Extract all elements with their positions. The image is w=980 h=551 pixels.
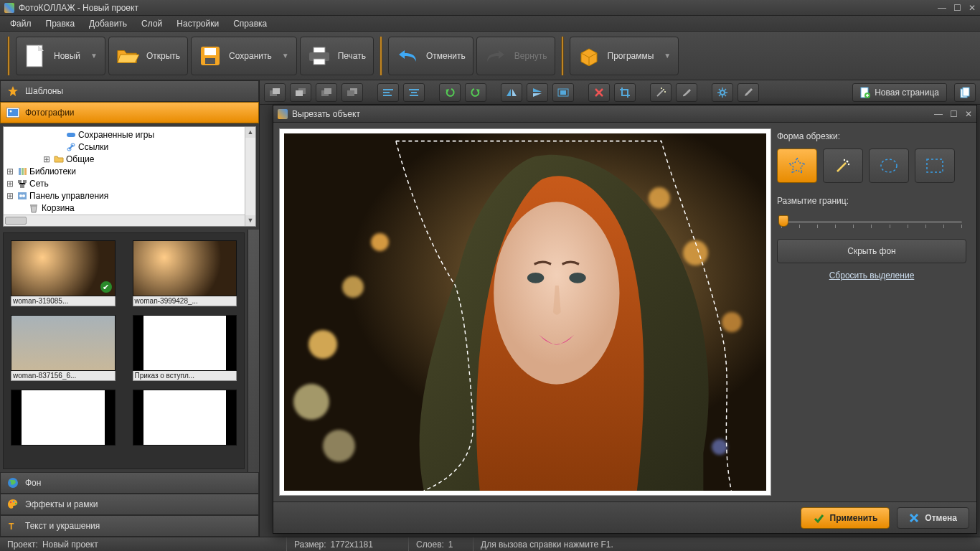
apply-button[interactable]: Применить (801, 507, 890, 529)
save-label: Сохранить (229, 51, 272, 61)
background-label: Фон (25, 478, 41, 488)
link-icon (66, 142, 76, 152)
magic-wand-icon[interactable] (650, 83, 672, 102)
dropdown-icon: ▼ (90, 52, 98, 60)
menu-settings[interactable]: Настройки (169, 17, 226, 31)
delete-icon[interactable] (588, 83, 610, 102)
undo-label: Отменить (426, 51, 466, 61)
tree-item[interactable]: ⊞Сеть (5, 177, 253, 189)
align-left-icon[interactable] (377, 83, 399, 102)
shape-magic-wand-button[interactable] (823, 149, 863, 183)
folder-icon (54, 154, 64, 164)
x-icon (909, 513, 919, 523)
undo-icon (396, 44, 419, 67)
fit-icon[interactable] (552, 83, 574, 102)
minimize-icon[interactable]: — (934, 109, 943, 119)
tree-item[interactable]: Сохраненные игры (5, 128, 253, 141)
svg-rect-12 (67, 133, 75, 137)
shape-ellipse-button[interactable] (869, 149, 909, 183)
layer-up-icon[interactable] (316, 83, 337, 102)
maximize-icon[interactable]: ☐ (950, 109, 958, 119)
svg-marker-47 (512, 89, 517, 96)
tree-item[interactable]: ⊞Общие (5, 153, 253, 165)
crop-icon[interactable] (614, 83, 636, 102)
print-button[interactable]: Печать (300, 37, 374, 75)
svg-point-28 (15, 503, 17, 504)
svg-point-27 (13, 501, 14, 502)
menu-edit[interactable]: Правка (39, 17, 83, 31)
menu-file[interactable]: Файл (3, 17, 39, 31)
templates-header[interactable]: Шаблоны (0, 80, 259, 102)
reset-selection-link[interactable]: Сбросить выделение (777, 270, 966, 281)
svg-rect-38 (383, 89, 393, 90)
dialog-title: Вырезать объект (292, 109, 360, 119)
page-copy-icon[interactable] (954, 83, 976, 102)
undo-button[interactable]: Отменить (388, 37, 473, 75)
thumbnail-label: Приказ о вступл... (133, 371, 237, 381)
menu-help[interactable]: Справка (226, 17, 274, 31)
thumbnail-label: woman-319085... (11, 296, 116, 306)
svg-point-66 (844, 159, 845, 161)
scrollbar-vertical[interactable]: ▲▼ (245, 127, 255, 226)
programs-button[interactable]: Программы ▼ (570, 37, 679, 75)
scrollbar-vertical[interactable] (248, 230, 259, 472)
photos-label: Фотографии (25, 108, 75, 118)
tree-item[interactable]: ⊞Библиотеки (5, 165, 253, 177)
scrollbar-horizontal[interactable] (4, 215, 245, 226)
folder-tree[interactable]: Сохраненные игрыСсылки⊞Общие⊞Библиотеки⊞… (3, 126, 256, 227)
rotate-right-icon[interactable] (465, 83, 486, 102)
image-canvas[interactable] (284, 133, 766, 491)
rotate-left-icon[interactable] (439, 83, 461, 102)
blur-slider[interactable] (777, 213, 966, 232)
tree-item[interactable]: Корзина (5, 202, 253, 213)
cancel-button[interactable]: Отмена (897, 507, 969, 529)
layer-front-icon[interactable] (264, 83, 286, 102)
minimize-icon[interactable]: — (938, 3, 946, 13)
menu-add[interactable]: Добавить (82, 17, 134, 31)
svg-point-54 (661, 88, 662, 89)
slider-thumb[interactable] (778, 215, 788, 227)
thumbnail-item[interactable]: woman-3999428_... (133, 240, 237, 306)
eyedropper-icon[interactable] (738, 83, 759, 102)
menu-layer[interactable]: Слой (134, 17, 169, 31)
svg-point-61 (527, 273, 544, 283)
effects-header[interactable]: Эффекты и рамки (0, 494, 259, 515)
shape-freehand-button[interactable] (777, 149, 817, 183)
svg-marker-49 (533, 93, 542, 97)
tree-item[interactable]: Ссылки (5, 141, 253, 153)
photos-header[interactable]: Фотографии (0, 102, 259, 123)
flip-vertical-icon[interactable] (527, 83, 548, 102)
svg-point-22 (19, 194, 22, 197)
thumbnail-item[interactable]: woman-319085... (11, 240, 116, 306)
layers-label: Слоев: (416, 540, 444, 550)
layer-back-icon[interactable] (290, 83, 311, 102)
gear-icon[interactable] (712, 83, 733, 102)
thumbnail-item[interactable] (11, 390, 116, 446)
redo-label: Вернуть (514, 51, 547, 61)
align-center-icon[interactable] (403, 83, 425, 102)
thumbnail-item[interactable] (133, 390, 237, 446)
save-button[interactable]: Сохранить ▼ (191, 37, 297, 75)
text-header[interactable]: T Текст и украшения (0, 515, 259, 537)
thumbnail-item[interactable]: woman-837156_6... (11, 315, 116, 381)
brush-icon[interactable] (676, 83, 697, 102)
tree-label: Библиотеки (29, 166, 76, 176)
thumbnail-item[interactable]: Приказ о вступл... (133, 315, 237, 381)
background-header[interactable]: Фон (0, 472, 259, 494)
shape-rectangle-button[interactable] (915, 149, 955, 183)
layer-down-icon[interactable] (341, 83, 363, 102)
new-page-button[interactable]: Новая страница (852, 83, 947, 102)
open-button[interactable]: Открыть (108, 37, 188, 75)
templates-label: Шаблоны (25, 86, 63, 96)
flip-horizontal-icon[interactable] (501, 83, 522, 102)
control-panel-icon (17, 191, 27, 201)
hide-background-button[interactable]: Скрыть фон (777, 239, 966, 263)
maximize-icon[interactable]: ☐ (953, 3, 961, 13)
new-button[interactable]: Новый ▼ (16, 37, 105, 75)
tree-item[interactable]: ⊞Панель управления (5, 189, 253, 202)
svg-rect-35 (324, 88, 331, 94)
dialog-sidebar: Форма обрезки: Размытие границ: Скрыть ф… (777, 128, 971, 496)
close-icon[interactable]: ✕ (965, 109, 972, 119)
close-icon[interactable]: ✕ (969, 3, 976, 13)
redo-button[interactable]: Вернуть (476, 37, 555, 75)
